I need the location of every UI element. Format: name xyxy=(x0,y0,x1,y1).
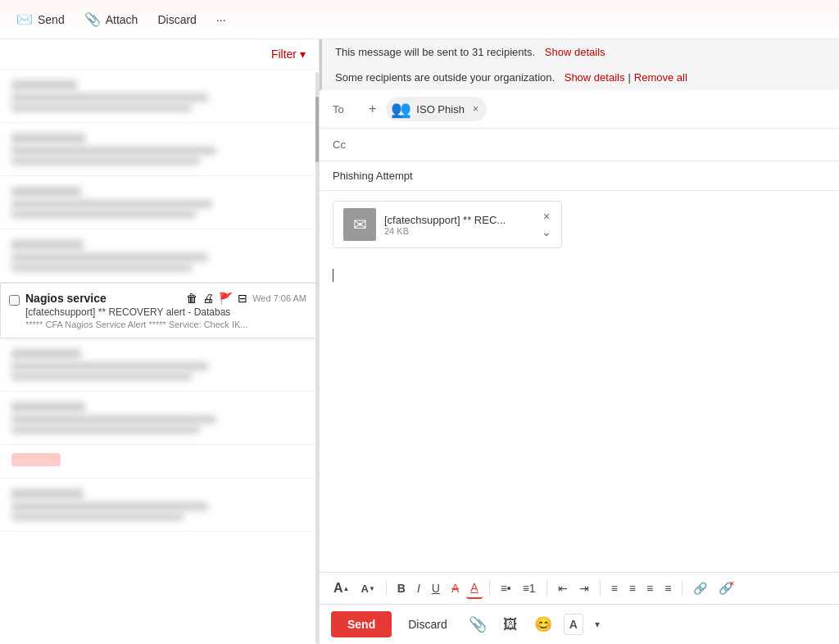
subject-text: Phishing Attempt xyxy=(333,170,413,182)
list-item[interactable] xyxy=(0,392,319,445)
attached-email-info: [cfatechsupport] ** REC... 24 KB xyxy=(384,214,542,236)
list-item[interactable] xyxy=(0,338,319,392)
print-icon[interactable]: 🖨 xyxy=(202,292,214,305)
align-justify-button[interactable]: ≡ xyxy=(660,578,675,598)
warning1-show-details-link[interactable]: Show details xyxy=(545,46,605,58)
more-toolbar-button[interactable]: ··· xyxy=(216,13,226,26)
more-options-button[interactable]: ▾ xyxy=(590,615,605,633)
attached-email-name: [cfatechsupport] ** REC... xyxy=(384,214,542,226)
increase-indent-button[interactable]: ⇥ xyxy=(575,578,593,598)
scrollbar-thumb xyxy=(315,97,319,162)
list-item[interactable] xyxy=(0,70,319,123)
align-right-button[interactable]: ≡ xyxy=(642,578,657,598)
cc-label: Cc xyxy=(333,138,365,151)
right-panel: This message will be sent to 31 recipien… xyxy=(320,39,839,644)
send-button[interactable]: Send xyxy=(331,611,392,637)
discard-button[interactable]: Discard xyxy=(398,611,456,637)
add-recipient-button[interactable]: + xyxy=(365,102,379,116)
send-toolbar-button[interactable]: ✉️ Send xyxy=(16,11,65,27)
filter-chevron-icon: ▾ xyxy=(300,48,306,61)
warning2-text: Some recipients are outside your organiz… xyxy=(335,71,555,84)
nagios-preview: ***** CFA Nagios Service Alert ***** Ser… xyxy=(25,320,306,329)
subject-field: Phishing Attempt xyxy=(320,161,839,191)
fmt-divider-5 xyxy=(682,581,683,596)
text-cursor xyxy=(333,269,333,282)
font-size-decrease-button[interactable]: A▼ xyxy=(356,579,379,598)
to-label: To xyxy=(333,103,365,116)
recipient-chip: 👥 ISO Phish × xyxy=(386,97,487,121)
insert-link-button[interactable]: 🔗 xyxy=(689,578,711,598)
attached-expand-button[interactable]: ⌄ xyxy=(542,225,551,238)
italic-button[interactable]: I xyxy=(413,578,424,598)
decrease-indent-button[interactable]: ⇤ xyxy=(554,578,572,598)
warning2-separator: | xyxy=(628,71,630,84)
insert-image-button[interactable]: 🖼 xyxy=(498,613,523,637)
warning-banner-external: Some recipients are outside your organiz… xyxy=(320,65,839,90)
main-area: Filter ▾ xyxy=(0,39,839,644)
numbered-list-button[interactable]: ≡1 xyxy=(519,578,540,598)
list-item[interactable] xyxy=(0,176,319,229)
list-item[interactable] xyxy=(0,123,319,176)
remove-recipient-button[interactable]: × xyxy=(473,103,478,115)
compose-body-area: ✉ [cfatechsupport] ** REC... 24 KB × ⌄ xyxy=(320,191,839,422)
align-left-button[interactable]: ≡ xyxy=(607,578,622,598)
insert-emoji-button[interactable]: 😊 xyxy=(529,612,557,637)
archive-icon[interactable]: ⊟ xyxy=(238,292,247,305)
attached-close-button[interactable]: × xyxy=(543,211,550,222)
fmt-divider-4 xyxy=(600,581,601,596)
send-toolbar-label: Send xyxy=(38,13,65,26)
to-field-content: + 👥 ISO Phish × xyxy=(365,97,826,121)
warning2-show-details-link[interactable]: Show details xyxy=(565,71,625,84)
attached-email-icon: ✉ xyxy=(343,208,376,241)
attached-email: ✉ [cfatechsupport] ** REC... 24 KB × ⌄ xyxy=(333,201,562,248)
email-list-scrollbar[interactable] xyxy=(315,72,319,644)
send-bar: Send Discard 📎 🖼 😊 A ▾ xyxy=(320,604,839,644)
nagios-email-item[interactable]: Nagios service 🗑 🖨 🚩 ⊟ Wed 7:06 AM [cfat… xyxy=(0,283,319,338)
fmt-divider xyxy=(386,581,387,596)
font-size-increase-button[interactable]: A▲ xyxy=(329,578,353,599)
recipient-avatar-icon: 👥 xyxy=(391,99,411,119)
filter-label: Filter xyxy=(271,48,297,61)
compose-body[interactable] xyxy=(320,258,839,422)
to-field: To + 👥 ISO Phish × xyxy=(320,90,839,129)
compose-area: To + 👥 ISO Phish × Cc Phishing Attempt xyxy=(320,90,839,572)
left-panel-header: Filter ▾ xyxy=(0,39,319,70)
send-icon: ✉️ xyxy=(16,11,33,27)
nagios-sender: Nagios service xyxy=(25,292,107,305)
discard-toolbar-label: Discard xyxy=(157,13,196,26)
format-toolbar: A▲ A▼ B I U A A ≡• ≡1 ⇤ ⇥ ≡ ≡ ≡ ≡ 🔗 🔗✕ xyxy=(320,572,839,604)
nagios-subject: [cfatechsupport] ** RECOVERY alert - Dat… xyxy=(25,306,306,318)
font-options-button[interactable]: A xyxy=(564,614,583,635)
attached-email-controls: × ⌄ xyxy=(542,211,551,238)
fmt-divider-3 xyxy=(546,581,547,596)
bold-button[interactable]: B xyxy=(393,578,410,598)
nagios-checkbox[interactable] xyxy=(9,295,20,306)
nagios-header: Nagios service 🗑 🖨 🚩 ⊟ Wed 7:06 AM xyxy=(25,292,306,305)
align-center-button[interactable]: ≡ xyxy=(625,578,639,598)
flag-icon[interactable]: 🚩 xyxy=(219,292,233,305)
delete-icon[interactable]: 🗑 xyxy=(186,292,197,305)
list-item[interactable] xyxy=(0,445,319,478)
email-list: Nagios service 🗑 🖨 🚩 ⊟ Wed 7:06 AM [cfat… xyxy=(0,70,319,644)
more-toolbar-label: ··· xyxy=(216,13,226,26)
underline-button[interactable]: U xyxy=(428,578,444,598)
warning2-remove-all-link[interactable]: Remove all xyxy=(634,71,687,84)
strikethrough-button[interactable]: A xyxy=(447,578,463,598)
remove-link-button[interactable]: 🔗✕ xyxy=(714,578,737,598)
warning1-text: This message will be sent to 31 recipien… xyxy=(335,46,535,58)
attach-icon: 📎 xyxy=(84,11,101,27)
discard-toolbar-button[interactable]: Discard xyxy=(157,13,196,26)
fmt-divider-2 xyxy=(489,581,490,596)
warning-banner-recipients: This message will be sent to 31 recipien… xyxy=(320,39,839,65)
top-toolbar: ✉️ Send 📎 Attach Discard ··· xyxy=(0,0,839,39)
bullet-list-button[interactable]: ≡• xyxy=(497,578,515,598)
cc-field: Cc xyxy=(320,129,839,161)
font-color-button[interactable]: A xyxy=(466,578,482,599)
attach-toolbar-button[interactable]: 📎 Attach xyxy=(84,11,138,27)
list-item[interactable] xyxy=(0,478,319,532)
recipient-name: ISO Phish xyxy=(416,103,465,116)
attach-bottom-button[interactable]: 📎 xyxy=(464,612,492,637)
list-item[interactable] xyxy=(0,229,319,283)
attach-toolbar-label: Attach xyxy=(106,13,138,26)
filter-button[interactable]: Filter ▾ xyxy=(271,48,306,61)
